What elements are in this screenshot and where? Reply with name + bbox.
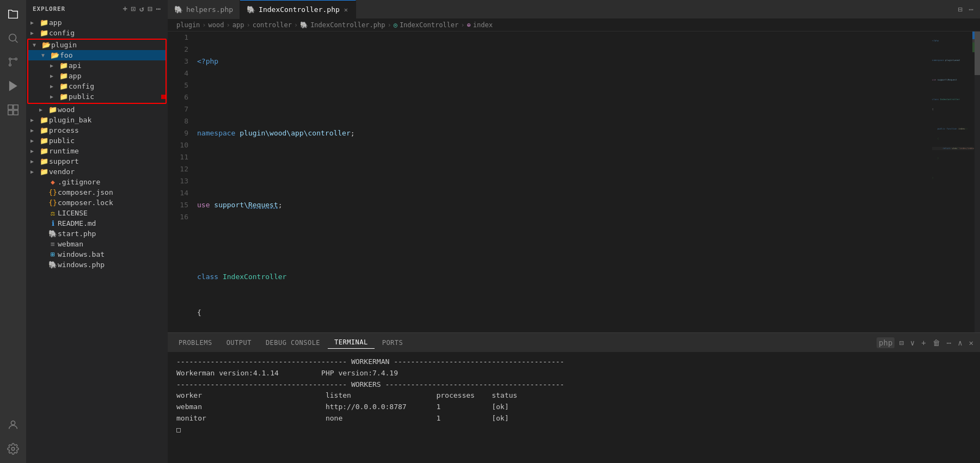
extensions-icon[interactable] [3, 100, 23, 120]
folder-icon: 📁 [39, 116, 49, 124]
chevron-down-icon: ▼ [41, 52, 50, 58]
chevron-right-icon: ▶ [30, 138, 39, 144]
svg-point-12 [11, 421, 15, 425]
folder-icon: 📁 [39, 126, 49, 134]
settings-icon[interactable] [3, 439, 23, 459]
tab-helpers[interactable]: 🐘 helpers.php [168, 0, 240, 19]
tree-item-app-sub[interactable]: ▶ 📁 app [28, 71, 166, 81]
tree-label-public-sub: public [69, 92, 159, 101]
delete-terminal-icon[interactable]: 🗑 [930, 337, 942, 348]
terminal-shell-selector[interactable]: php [877, 337, 895, 348]
code-line-6 [197, 235, 931, 247]
close-tab-icon[interactable]: ✕ [343, 5, 349, 15]
windows-icon: ⊞ [48, 250, 58, 258]
tree-label-process: process [49, 126, 168, 134]
tree-item-plugin[interactable]: ▼ 📂 plugin [28, 40, 166, 50]
bc-method[interactable]: index [473, 21, 493, 29]
tree-label-plugin-bak: plugin_bak [49, 116, 168, 124]
tree-item-public-sub[interactable]: ▶ 📁 public [28, 91, 166, 102]
tab-ports[interactable]: PORTS [376, 337, 410, 349]
php-file-icon: 🐘 [48, 230, 58, 238]
svg-rect-8 [8, 105, 13, 109]
explorer-icon[interactable] [3, 4, 23, 24]
tree-label-config: config [49, 29, 168, 37]
tab-bar: 🐘 helpers.php 🐘 IndexController.php ✕ ⊟ … [168, 0, 980, 19]
search-icon[interactable] [3, 28, 23, 48]
run-debug-icon[interactable] [3, 76, 23, 96]
tab-debug-console[interactable]: DEBUG CONSOLE [259, 337, 327, 349]
tree-item-start-php[interactable]: ▶ 🐘 start.php [26, 229, 168, 239]
tree-item-webman[interactable]: ▶ ≡ webman [26, 239, 168, 249]
more-terminal-icon[interactable]: ⋯ [945, 337, 953, 348]
bc-controller[interactable]: controller [253, 21, 292, 29]
new-folder-icon[interactable]: ⊡ [131, 4, 136, 13]
tree-item-windows-bat[interactable]: ▶ ⊞ windows.bat [26, 249, 168, 260]
bc-sep6: › [461, 21, 464, 29]
code-line-1: <?php [197, 55, 931, 67]
tab-terminal[interactable]: TERMINAL [328, 336, 375, 349]
bc-plugin[interactable]: plugin [176, 21, 200, 29]
tree-item-wood[interactable]: ▶ 📁 wood [26, 104, 168, 115]
close-terminal-icon[interactable]: ✕ [967, 337, 976, 348]
bc-class[interactable]: IndexController [400, 21, 458, 29]
tree-item-plugin-bak[interactable]: ▶ 📁 plugin_bak [26, 115, 168, 125]
editor-area[interactable]: 12345 678910 1112131415 16 <?php namespa… [168, 32, 931, 332]
scrollbar-track[interactable] [975, 32, 980, 332]
tree-item-public-root[interactable]: ▶ 📁 public [26, 135, 168, 146]
tree-item-gitignore[interactable]: ▶ ◆ .gitignore [26, 177, 168, 187]
source-control-icon[interactable] [3, 52, 23, 72]
tree-item-foo[interactable]: ▼ 📂 foo [28, 50, 166, 60]
account-icon[interactable] [3, 415, 23, 435]
tree-item-license[interactable]: ▶ ⚖ LICENSE [26, 208, 168, 218]
tree-item-config[interactable]: ▶ 📁 config [26, 28, 168, 38]
maximize-terminal-icon[interactable]: ∧ [955, 337, 964, 348]
chevron-down-icon[interactable]: ∨ [908, 337, 917, 348]
minimap: <?php namespace plugin\wood use support\… [931, 32, 980, 332]
minimap-content: <?php namespace plugin\wood use support\… [931, 32, 975, 249]
add-terminal-icon[interactable]: + [919, 337, 928, 348]
tab-problems[interactable]: PROBLEMS [172, 337, 219, 349]
tab-indexcontroller[interactable]: 🐘 IndexController.php ✕ [240, 0, 356, 19]
code-content[interactable]: <?php namespace plugin\wood\app\controll… [195, 32, 931, 332]
tree-item-api[interactable]: ▶ 📁 api [28, 60, 166, 71]
php-tab-icon2: 🐘 [247, 5, 255, 14]
bc-app[interactable]: app [232, 21, 244, 29]
bc-wood[interactable]: wood [209, 21, 224, 29]
collapse-all-icon[interactable]: ⊟ [148, 4, 152, 13]
main-content: 🐘 helpers.php 🐘 IndexController.php ✕ ⊟ … [168, 0, 980, 463]
tree-label-support: support [49, 157, 168, 165]
svg-rect-9 [14, 105, 18, 109]
tree-item-support[interactable]: ▶ 📁 support [26, 156, 168, 166]
terminal-line-6: monitor none 1 [ok] [176, 413, 971, 424]
bc-file[interactable]: IndexController.php [310, 21, 385, 29]
tree-item-vendor[interactable]: ▶ 📁 vendor [26, 166, 168, 177]
terminal-content[interactable]: ----------------------------------------… [168, 352, 980, 463]
more-actions-icon[interactable]: ⋯ [156, 4, 161, 13]
svg-point-4 [9, 58, 11, 60]
tree-item-windows-php[interactable]: ▶ 🐘 windows.php [26, 260, 168, 270]
tab-output[interactable]: OUTPUT [220, 337, 258, 349]
split-terminal-icon[interactable]: ⊟ [897, 337, 905, 348]
tree-item-composer-json[interactable]: ▶ {} composer.json [26, 187, 168, 197]
tree-item-process[interactable]: ▶ 📁 process [26, 125, 168, 135]
split-editor-icon[interactable]: ⊟ [955, 4, 964, 15]
chevron-down-icon: ▼ [33, 42, 41, 48]
svg-marker-7 [10, 82, 17, 91]
tree-label-vendor: vendor [49, 168, 168, 176]
svg-point-3 [15, 58, 17, 60]
tab-bar-actions: ⊟ ⋯ [955, 4, 980, 15]
tree-item-runtime[interactable]: ▶ 📁 runtime [26, 146, 168, 156]
scrollbar-thumb[interactable] [975, 32, 980, 75]
terminal-actions: php ⊟ ∨ + 🗑 ⋯ ∧ ✕ [877, 337, 976, 348]
sidebar-header-actions: + ⊡ ↺ ⊟ ⋯ [122, 4, 161, 13]
tree-item-app[interactable]: ▶ 📁 app [26, 17, 168, 28]
tree-item-readme[interactable]: ▶ ℹ README.md [26, 218, 168, 229]
tree-label-readme: README.md [58, 219, 168, 227]
more-tab-actions-icon[interactable]: ⋯ [967, 4, 976, 15]
terminal-area: PROBLEMS OUTPUT DEBUG CONSOLE TERMINAL P… [168, 332, 980, 463]
tree-item-config-sub[interactable]: ▶ 📁 config [28, 81, 166, 91]
tree-item-composer-lock[interactable]: ▶ {} composer.lock [26, 197, 168, 208]
new-file-icon[interactable]: + [122, 4, 127, 13]
tree-label-runtime: runtime [49, 147, 168, 155]
refresh-icon[interactable]: ↺ [139, 4, 144, 13]
